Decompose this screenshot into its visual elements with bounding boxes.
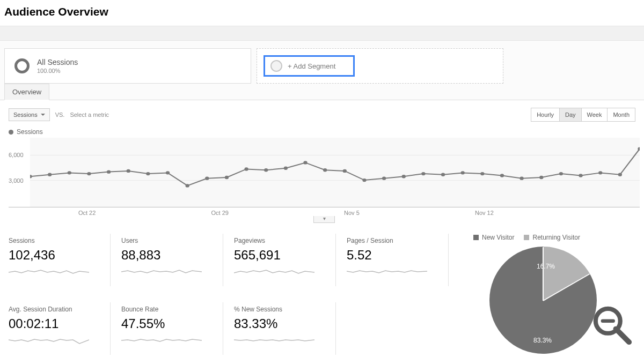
sparkline bbox=[121, 333, 202, 346]
metric-value: 88,883 bbox=[121, 248, 217, 263]
sparkline bbox=[347, 265, 427, 278]
add-segment-button[interactable]: + Add Segment bbox=[264, 55, 355, 77]
add-segment-label: + Add Segment bbox=[288, 62, 335, 70]
sparkline bbox=[9, 265, 89, 278]
y-tick-6000: 6,000 bbox=[9, 152, 24, 158]
chart-svg bbox=[30, 138, 640, 207]
svg-point-24 bbox=[500, 174, 504, 177]
segment-text: All Sessions 100.00% bbox=[37, 58, 78, 74]
metric-bounce-rate[interactable]: Bounce Rate 47.55% bbox=[121, 302, 223, 355]
metric-label: Bounce Rate bbox=[121, 306, 217, 313]
svg-point-28 bbox=[579, 174, 582, 177]
metric-label: Pages / Session bbox=[347, 237, 443, 244]
svg-point-8 bbox=[186, 184, 189, 187]
x-tick-1: Oct 29 bbox=[211, 210, 228, 216]
legend-square-icon bbox=[524, 235, 529, 240]
pie-circle: 16.7% 83.3% bbox=[489, 247, 597, 354]
metric-users[interactable]: Users 88,883 bbox=[121, 234, 223, 286]
metric-value: 83.33% bbox=[234, 316, 330, 331]
metric-sessions[interactable]: Sessions 102,436 bbox=[9, 234, 111, 286]
metric-value: 565,691 bbox=[234, 248, 330, 263]
toolbar-band bbox=[0, 26, 644, 41]
svg-point-11 bbox=[244, 167, 248, 170]
metrics-grid: Sessions 102,436 Users 88,883 Pageviews … bbox=[9, 234, 465, 357]
metric-pct-new-sessions[interactable]: % New Sessions 83.33% bbox=[234, 302, 336, 355]
zoom-out-button[interactable] bbox=[590, 303, 634, 347]
metric-dropdown-label: Sessions bbox=[13, 111, 38, 118]
svg-point-9 bbox=[205, 177, 209, 180]
svg-line-33 bbox=[616, 329, 630, 343]
visitor-pie-chart[interactable]: 16.7% 83.3% bbox=[489, 247, 602, 357]
pie-legend: New Visitor Returning Visitor bbox=[473, 234, 640, 241]
segment-title: All Sessions bbox=[37, 58, 78, 66]
metric-label: % New Sessions bbox=[234, 306, 330, 313]
svg-point-16 bbox=[343, 169, 347, 173]
chart-tray-handle[interactable]: ▾ bbox=[313, 216, 335, 223]
controls-row: Sessions VS. Select a metric Hourly Day … bbox=[0, 100, 644, 126]
metric-pageviews[interactable]: Pageviews 565,691 bbox=[234, 234, 336, 286]
svg-point-27 bbox=[559, 172, 563, 175]
svg-point-10 bbox=[225, 176, 229, 179]
metric-avg-session-duration[interactable]: Avg. Session Duration 00:02:11 bbox=[9, 302, 111, 355]
metric-label: Pageviews bbox=[234, 237, 330, 244]
period-buttons: Hourly Day Week Month bbox=[531, 108, 635, 122]
svg-point-6 bbox=[146, 172, 150, 175]
add-segment-area: + Add Segment bbox=[257, 48, 503, 84]
metric-pages-per-session[interactable]: Pages / Session 5.52 bbox=[347, 234, 449, 286]
metric-label: Users bbox=[121, 237, 217, 244]
svg-point-13 bbox=[284, 167, 288, 170]
metric-label: Sessions bbox=[9, 237, 105, 244]
pie-legend-returning-label: Returning Visitor bbox=[532, 234, 580, 241]
segment-subtitle: 100.00% bbox=[37, 68, 78, 74]
x-tick-0: Oct 22 bbox=[78, 210, 96, 216]
chart-block: Sessions 6,000 3,000 Oct 22 Oct 29 Nov 5… bbox=[0, 126, 644, 223]
sessions-line-chart[interactable]: 6,000 3,000 bbox=[9, 138, 640, 207]
svg-point-31 bbox=[638, 147, 640, 150]
pie-slice-new-label: 83.3% bbox=[533, 337, 552, 344]
chart-legend: Sessions bbox=[9, 128, 640, 136]
svg-point-25 bbox=[519, 177, 523, 180]
segment-all-sessions[interactable]: All Sessions 100.00% bbox=[4, 48, 251, 84]
svg-point-4 bbox=[107, 170, 111, 173]
legend-square-icon bbox=[473, 235, 479, 240]
svg-point-3 bbox=[87, 172, 91, 175]
svg-point-0 bbox=[30, 175, 32, 178]
svg-point-2 bbox=[68, 171, 71, 174]
metric-value: 102,436 bbox=[9, 248, 105, 263]
svg-point-1 bbox=[48, 173, 52, 176]
metric-value: 00:02:11 bbox=[9, 316, 105, 331]
x-tick-3: Nov 12 bbox=[475, 210, 494, 216]
sparkline bbox=[9, 333, 89, 346]
svg-point-19 bbox=[402, 175, 406, 178]
segments-row: All Sessions 100.00% + Add Segment bbox=[0, 41, 644, 84]
period-day[interactable]: Day bbox=[560, 108, 582, 121]
svg-point-29 bbox=[598, 171, 602, 174]
svg-point-30 bbox=[618, 173, 622, 176]
pie-legend-new-label: New Visitor bbox=[482, 234, 514, 241]
svg-point-15 bbox=[323, 168, 327, 172]
tabs-bar: Overview bbox=[0, 83, 644, 100]
chevron-down-icon bbox=[41, 114, 45, 116]
svg-point-21 bbox=[441, 173, 445, 176]
select-metric-link[interactable]: Select a metric bbox=[70, 111, 109, 118]
tab-overview[interactable]: Overview bbox=[4, 84, 49, 100]
svg-point-7 bbox=[166, 171, 170, 174]
sparkline bbox=[121, 265, 202, 278]
svg-point-23 bbox=[480, 172, 484, 175]
page-title: Audience Overview bbox=[0, 0, 644, 26]
period-month[interactable]: Month bbox=[608, 108, 635, 121]
period-week[interactable]: Week bbox=[582, 108, 608, 121]
svg-point-17 bbox=[362, 178, 366, 182]
add-segment-circle-icon bbox=[270, 60, 282, 72]
zoom-out-icon bbox=[590, 303, 634, 347]
metric-label: Avg. Session Duration bbox=[9, 306, 105, 313]
sparkline bbox=[234, 333, 314, 346]
metrics-area: Sessions 102,436 Users 88,883 Pageviews … bbox=[0, 223, 644, 357]
metric-dropdown[interactable]: Sessions bbox=[9, 108, 50, 121]
svg-point-12 bbox=[264, 168, 268, 172]
svg-point-22 bbox=[461, 171, 465, 174]
sparkline bbox=[234, 265, 314, 278]
vs-label: VS. bbox=[55, 111, 65, 118]
legend-dot-icon bbox=[9, 130, 13, 135]
period-hourly[interactable]: Hourly bbox=[531, 108, 560, 121]
